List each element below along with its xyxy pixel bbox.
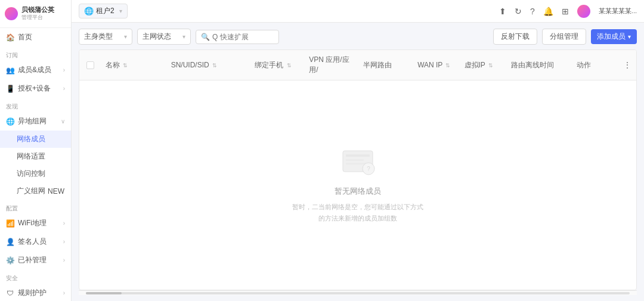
sidebar-section-config: 配置 bbox=[0, 200, 71, 214]
app-subtitle: 管理平台 bbox=[21, 14, 54, 21]
sidebar-item-manage[interactable]: ⚙️ 已补管理 › bbox=[0, 251, 71, 269]
header-checkbox-col bbox=[79, 61, 101, 69]
topbar-icons: ⬆ ↻ ? 🔔 ⊞ 某某某某某... bbox=[499, 5, 637, 18]
arrow-visitor: › bbox=[63, 238, 65, 245]
grid-icon[interactable]: ⊞ bbox=[562, 7, 569, 16]
sidebar-item-network-config[interactable]: 网络适置 bbox=[0, 148, 71, 165]
sidebar-label-devices: 授权+设备 bbox=[18, 83, 51, 94]
avatar[interactable] bbox=[577, 5, 590, 18]
sub-label-network-config: 网络适置 bbox=[17, 152, 45, 160]
sidebar-item-firewall[interactable]: 🛡 规则护护 › bbox=[0, 284, 71, 301]
type-filter-label: 主身类型 bbox=[84, 32, 113, 42]
table-header-row: 名称 ⇅ SN/UID/SID ⇅ 绑定手机 ⇅ VPN 应用/应用/ 半网路由 bbox=[79, 50, 636, 80]
header-col-phone: 绑定手机 ⇅ bbox=[250, 60, 304, 70]
sidebar-item-visitor[interactable]: 👤 签名人员 › bbox=[0, 232, 71, 251]
filter-bar: 主身类型 ▾ 主网状态 ▾ 🔍 反射下载 分组管理 添加成员 ▾ bbox=[79, 29, 637, 45]
svg-text:?: ? bbox=[367, 166, 370, 172]
shield-icon: 🛡 bbox=[6, 289, 14, 297]
app-logo: 贝锐蒲公英 管理平台 bbox=[0, 0, 71, 28]
logo-icon bbox=[5, 7, 18, 20]
bell-icon[interactable]: 🔔 bbox=[543, 7, 553, 16]
sidebar-item-label: 首页 bbox=[18, 32, 32, 42]
empty-title-text: 暂无网络成员 bbox=[335, 186, 381, 197]
search-icon: 🔍 bbox=[201, 33, 210, 41]
devices-icon: 📱 bbox=[6, 85, 14, 93]
sidebar-label-wifi: WiFi地理 bbox=[18, 218, 47, 228]
username-label[interactable]: 某某某某某... bbox=[599, 7, 637, 15]
search-input[interactable] bbox=[212, 33, 272, 41]
sidebar-item-members[interactable]: 👥 成员&成员 › bbox=[0, 61, 71, 79]
header-col-vpn: VPN 应用/应用/ bbox=[304, 55, 358, 75]
chevron-down-icon-add: ▾ bbox=[628, 33, 631, 40]
chevron-down-icon-status: ▾ bbox=[182, 33, 185, 40]
scrollbar-track bbox=[86, 292, 630, 294]
sidebar: 贝锐蒲公英 管理平台 🏠 首页 订阅 👥 成员&成员 › 📱 授权+设备 › 发… bbox=[0, 0, 72, 301]
sidebar-label-firewall: 规则护护 bbox=[18, 288, 47, 298]
content-area: 主身类型 ▾ 主网状态 ▾ 🔍 反射下载 分组管理 添加成员 ▾ bbox=[72, 23, 644, 301]
sort-icon-lanip[interactable]: ⇅ bbox=[488, 63, 493, 69]
sidebar-label-network: 异地组网 bbox=[18, 116, 47, 126]
members-icon: 👥 bbox=[6, 66, 14, 75]
chevron-down-icon: ∨ bbox=[61, 118, 65, 125]
chevron-down-icon-location: ▾ bbox=[119, 8, 122, 14]
status-filter-select[interactable]: 主网状态 ▾ bbox=[137, 29, 191, 45]
sort-icon-sn[interactable]: ⇅ bbox=[212, 63, 217, 69]
help-icon[interactable]: ? bbox=[530, 7, 535, 16]
header-col-lanip: 虚拟IP ⇅ bbox=[460, 60, 506, 70]
type-filter-select[interactable]: 主身类型 ▾ bbox=[79, 29, 132, 45]
sidebar-item-wifi[interactable]: 📶 WiFi地理 › bbox=[0, 214, 71, 232]
sort-icon-name[interactable]: ⇅ bbox=[123, 63, 128, 69]
location-label: 租户2 bbox=[96, 6, 114, 16]
chevron-down-icon-type: ▾ bbox=[124, 33, 127, 40]
select-all-checkbox[interactable] bbox=[86, 61, 94, 69]
sidebar-item-access-control[interactable]: 访问控制 bbox=[0, 165, 71, 182]
upload-icon[interactable]: ⬆ bbox=[499, 7, 506, 16]
header-col-route: 半网路由 bbox=[358, 60, 413, 70]
scrollbar-area bbox=[79, 290, 637, 295]
logo-text-block: 贝锐蒲公英 管理平台 bbox=[21, 6, 54, 21]
manage-icon: ⚙️ bbox=[6, 256, 14, 265]
sort-icon-phone[interactable]: ⇅ bbox=[287, 63, 292, 69]
sidebar-item-network-devices[interactable]: 网络成员 bbox=[0, 131, 71, 148]
arrow-icon: › bbox=[63, 67, 65, 73]
header-more-button[interactable]: ⋮ bbox=[618, 61, 636, 69]
search-input-container[interactable]: 🔍 bbox=[196, 30, 279, 44]
arrow-icon-2: › bbox=[63, 85, 65, 92]
sidebar-item-network[interactable]: 🌐 异地组网 ∨ bbox=[0, 112, 71, 131]
app-name: 贝锐蒲公英 bbox=[21, 6, 54, 14]
svg-rect-2 bbox=[346, 159, 364, 161]
visitor-icon: 👤 bbox=[6, 238, 14, 246]
sub-label-node-group: 广义组网 bbox=[17, 186, 45, 196]
sidebar-section-safety: 安全 bbox=[0, 269, 71, 284]
scrollbar-thumb[interactable] bbox=[86, 292, 122, 294]
globe-icon: 🌐 bbox=[84, 7, 94, 15]
location-selector[interactable]: 🌐 租户2 ▾ bbox=[79, 4, 128, 18]
sidebar-label-members: 成员&成员 bbox=[18, 65, 51, 75]
header-col-action: 动作 bbox=[572, 60, 618, 70]
export-button[interactable]: 反射下载 bbox=[493, 29, 537, 45]
empty-state: ? 暂无网络成员 暂时，二当前网络是空，您可能通过以下方式 的方法来新增的成员加… bbox=[79, 80, 636, 290]
header-col-name: 名称 ⇅ bbox=[101, 60, 166, 70]
arrow-manage: › bbox=[63, 257, 65, 263]
refresh-icon[interactable]: ↻ bbox=[515, 7, 522, 16]
empty-desc-text: 暂时，二当前网络是空，您可能通过以下方式 的方法来新增的成员加组数 bbox=[292, 201, 423, 224]
network-icon: 🌐 bbox=[6, 117, 14, 126]
sidebar-item-node-group[interactable]: 广义组网 NEW bbox=[0, 182, 71, 200]
new-badge: NEW bbox=[48, 187, 64, 196]
sidebar-item-devices[interactable]: 📱 授权+设备 › bbox=[0, 79, 71, 98]
header-col-time: 路由离线时间 bbox=[506, 60, 572, 70]
group-manage-button[interactable]: 分组管理 bbox=[542, 29, 586, 45]
sub-label-access-control: 访问控制 bbox=[17, 169, 45, 178]
sidebar-item-home[interactable]: 🏠 首页 bbox=[0, 28, 71, 46]
arrow-wifi: › bbox=[63, 220, 65, 226]
sidebar-label-visitor: 签名人员 bbox=[18, 237, 47, 247]
add-member-label: 添加成员 bbox=[597, 32, 626, 42]
home-icon: 🏠 bbox=[6, 33, 14, 42]
topbar: 🌐 租户2 ▾ ⬆ ↻ ? 🔔 ⊞ 某某某某某... bbox=[72, 0, 644, 23]
wifi-icon: 📶 bbox=[6, 219, 14, 228]
sort-icon-wanip[interactable]: ⇅ bbox=[445, 63, 450, 69]
header-col-wanip: WAN IP ⇅ bbox=[413, 61, 459, 69]
add-member-button[interactable]: 添加成员 ▾ bbox=[591, 29, 637, 44]
header-col-sn: SN/UID/SID ⇅ bbox=[166, 61, 250, 69]
empty-illustration: ? bbox=[340, 146, 376, 181]
